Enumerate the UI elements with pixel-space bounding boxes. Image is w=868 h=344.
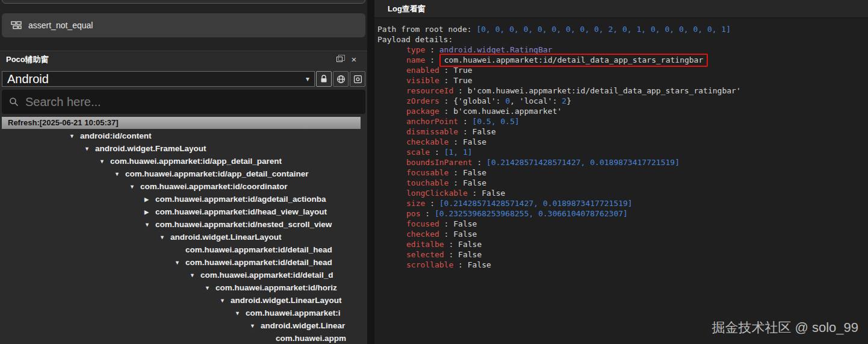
payload-line: name : com.huawei.appmarket:id/detail_da…	[377, 55, 865, 65]
tree-item[interactable]: ▼com.huawei.appmarket:id/nested_scroll_v…	[0, 218, 367, 231]
payload-key: type	[406, 45, 425, 54]
log-line: Payload details:	[377, 34, 865, 45]
tree-item-label: com.huawei.appmarket:id/app_detail_conta…	[125, 169, 309, 178]
tree-item-label: com.huawei.appmarket:id/app_detail_paren…	[110, 157, 282, 166]
chevron-down-icon: ▾	[306, 75, 309, 83]
tree-item[interactable]: ▼com.huawei.appmarket:id/app_detail_pare…	[0, 155, 367, 167]
search-input[interactable]	[25, 95, 358, 109]
payload-key: boundsInParent	[406, 158, 473, 167]
payload-key: editalbe	[406, 240, 444, 249]
tree-item-label: com.huawei.appmarket:id/agdetail_actionb…	[155, 195, 326, 204]
script-block-assert[interactable]: assert_not_equal	[2, 13, 365, 37]
chevron-right-icon[interactable]: ▶	[144, 206, 155, 218]
tree-item[interactable]: ▶com.huawei.appmarket:id/agdetail_action…	[0, 193, 367, 205]
payload-key: focused	[406, 219, 439, 228]
payload-key: visible	[406, 76, 439, 85]
chevron-down-icon[interactable]: ▼	[160, 231, 170, 243]
payload-line: scale : [1, 1]	[377, 147, 865, 157]
payload-line: zOrders : {'global': 0, 'local': 2}	[377, 96, 865, 106]
log-line: Path from root node: [0, 0, 0, 0, 0, 0, …	[377, 24, 865, 34]
tree-item[interactable]: com.huawei.appm	[0, 332, 367, 344]
payload-line: resourceId : b'com.huawei.appmarket:id/d…	[377, 86, 865, 96]
chevron-down-icon[interactable]: ▼	[99, 155, 110, 167]
log-viewer-panel: Log查看窗 Path from root node: [0, 0, 0, 0,…	[374, 0, 868, 344]
payload-line: checkable : False	[377, 137, 865, 147]
chevron-right-icon[interactable]: ▶	[144, 193, 155, 205]
tree-item-label: android.widget.Linear	[261, 321, 345, 330]
payload-key: enabled	[406, 66, 439, 75]
search-icon	[9, 97, 19, 107]
log-content: Path from root node: [0, 0, 0, 0, 0, 0, …	[374, 18, 868, 270]
tree-item-label: android.widget.LinearLayout	[170, 233, 282, 242]
tree-item[interactable]: ▼android.widget.Linear	[0, 319, 367, 332]
tree-item[interactable]: ▼com.huawei.appmarket:id/detail_head	[0, 256, 367, 269]
tree-item[interactable]: com.huawei.appmarket:id/detail_head	[0, 243, 367, 256]
payload-key: pos	[406, 209, 420, 218]
lock-button[interactable]	[316, 71, 332, 87]
payload-list: type : android.widget.RatingBarname : co…	[377, 45, 865, 270]
tree-item[interactable]: ▼android:id/content	[0, 130, 367, 142]
tree-item[interactable]: ▶com.huawei.appmarket:id/head_view_layou…	[0, 205, 367, 218]
payload-key: checked	[406, 230, 439, 239]
payload-line: touchable : False	[377, 178, 865, 188]
chevron-down-icon[interactable]: ▼	[114, 168, 125, 180]
payload-key: anchorPoint	[406, 117, 458, 126]
chevron-down-icon[interactable]: ▼	[190, 269, 200, 281]
tree-item-label: com.huawei.appmarket:id/horiz	[215, 283, 337, 292]
payload-line: dismissable : False	[377, 127, 865, 137]
tree-item[interactable]: ▼com.huawei.appmarket:id/detail_d	[0, 269, 367, 281]
device-selector[interactable]: Android ▾	[2, 71, 315, 87]
highlight-box: com.huawei.appmarket:id/detail_data_app_…	[439, 54, 708, 67]
chevron-down-icon[interactable]: ▼	[144, 219, 155, 231]
tree-item-label: com.huawei.appmarket:id/coordinator	[140, 182, 288, 191]
log-window-title: Log查看窗	[388, 4, 426, 14]
payload-key: scrollable	[406, 260, 453, 269]
tree-item-label: com.huawei.appmarket:id/head_view_layout	[155, 207, 327, 216]
inspect-button[interactable]	[350, 71, 365, 87]
payload-key: zOrders	[406, 96, 439, 105]
refresh-button[interactable]	[333, 71, 349, 87]
chevron-down-icon[interactable]: ▼	[250, 320, 261, 332]
chevron-down-icon[interactable]: ▼	[220, 295, 231, 307]
tree-item[interactable]: ▼com.huawei.appmarket:id/horiz	[0, 281, 367, 294]
chevron-down-icon[interactable]: ▼	[129, 181, 140, 193]
tree-item[interactable]: ▼com.huawei.appmarket:id/coordinator	[0, 180, 367, 193]
poco-helper-window: Poco辅助窗 × Android ▾	[0, 51, 367, 344]
tree-item[interactable]: ▼android.widget.LinearLayout	[0, 231, 367, 243]
payload-key: focusable	[406, 168, 448, 177]
script-editor-panel: assert_not_equal Poco辅助窗 × Android ▾	[0, 0, 367, 344]
payload-key: name	[406, 55, 425, 64]
float-window-icon[interactable]	[332, 54, 347, 66]
search-box[interactable]	[2, 90, 365, 114]
payload-line: anchorPoint : [0.5, 0.5]	[377, 116, 865, 127]
watermark: 掘金技术社区 @ solo_99	[711, 319, 858, 337]
tree-item[interactable]: ▼com.huawei.appmarket:id/app_detail_cont…	[0, 167, 367, 180]
payload-line: selected : False	[377, 249, 865, 260]
tree-item[interactable]: ▼com.huawei.appmarket:i	[0, 307, 367, 319]
chevron-down-icon[interactable]: ▼	[235, 307, 246, 319]
globe-refresh-icon	[336, 75, 346, 84]
tree-item-label: android.widget.FrameLayout	[95, 144, 206, 153]
payload-key: longClickable	[406, 189, 468, 198]
tree-item-label: android.widget.LinearLayout	[231, 296, 342, 305]
script-block-partial[interactable]	[2, 0, 365, 4]
script-block-label: assert_not_equal	[28, 20, 93, 30]
poco-window-title: Poco辅助窗	[6, 54, 49, 65]
tree-item[interactable]: ▼android.widget.FrameLayout	[0, 142, 367, 155]
tree-item[interactable]: ▼android.widget.LinearLayout	[0, 294, 367, 307]
payload-line: package : b'com.huawei.appmarket'	[377, 106, 865, 116]
tree-item-label: com.huawei.appmarket:id/detail_head	[185, 258, 332, 267]
close-icon[interactable]: ×	[347, 54, 361, 66]
refresh-timestamp-bar: Refresh:[2025-06-21 10:05:37]	[2, 117, 361, 129]
chevron-down-icon[interactable]: ▼	[84, 143, 95, 155]
payload-line: size : [0.21428571428571427, 0.018987341…	[377, 198, 865, 208]
tree-item-label: com.huawei.appmarket:i	[246, 308, 341, 317]
chevron-down-icon[interactable]: ▼	[69, 130, 80, 142]
chevron-down-icon[interactable]: ▼	[205, 282, 215, 294]
payload-key: checkable	[406, 137, 448, 146]
tree-item-label: com.huawei.appmarket:id/nested_scroll_vi…	[155, 220, 332, 229]
payload-line: boundsInParent : [0.21428571428571427, 0…	[377, 157, 865, 167]
screenshot-icon	[353, 75, 362, 84]
chevron-down-icon[interactable]: ▼	[175, 257, 185, 269]
payload-key: package	[406, 107, 439, 116]
